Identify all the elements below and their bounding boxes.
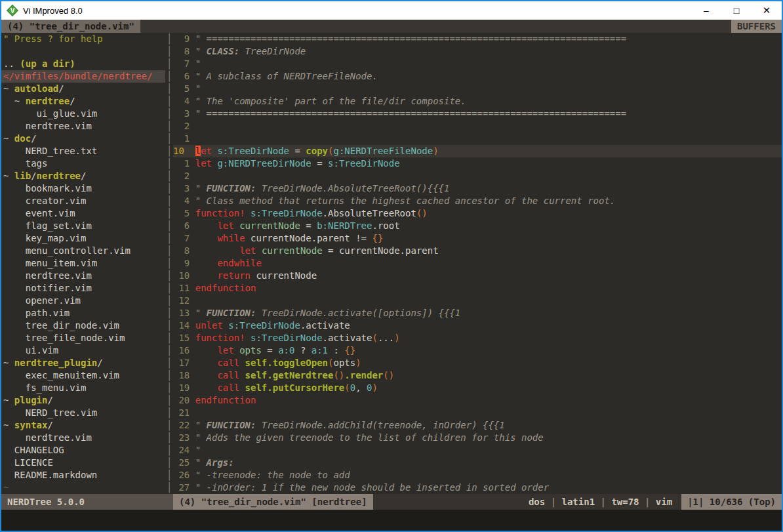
tree-item[interactable]: fs_menu.vim bbox=[1, 382, 165, 394]
tree-item[interactable]: .. (up a dir) bbox=[1, 58, 165, 70]
tree-item[interactable]: NERD_tree.txt bbox=[1, 145, 165, 157]
code-line[interactable]: 18 call self.getNerdtree().render() bbox=[173, 369, 782, 382]
token-dir: nerdtree_plugin bbox=[14, 358, 97, 368]
tree-item[interactable]: notifier.vim bbox=[1, 282, 165, 295]
code-line[interactable]: 20 endfunction bbox=[173, 394, 782, 407]
code-line[interactable]: 12 bbox=[173, 295, 782, 307]
window-vsplit[interactable]: │ │ │ │ │ │ │ │ │ │ │ │ │ │ │ │ │ │ │ │ … bbox=[165, 33, 173, 494]
code-line[interactable]: 5 function! s:TreeDirNode.AbsoluteTreeRo… bbox=[173, 207, 782, 220]
code-line[interactable]: 25 " Args: bbox=[173, 457, 782, 469]
statusline-spacer bbox=[373, 494, 529, 510]
tree-item[interactable]: README.markdown bbox=[1, 469, 165, 481]
tree-item[interactable]: path.vim bbox=[1, 307, 165, 319]
code-line[interactable]: 1 bbox=[173, 133, 782, 145]
code-line[interactable]: 9 endwhile bbox=[173, 257, 782, 270]
tree-item[interactable]: nerdtree.vim bbox=[1, 432, 165, 444]
code-line[interactable]: 23 " Adds the given treenode to the list… bbox=[173, 432, 782, 444]
tree-item[interactable]: ~ nerdtree/ bbox=[1, 95, 165, 108]
code-line[interactable]: 5 " bbox=[173, 83, 782, 95]
tree-item[interactable]: menu_item.vim bbox=[1, 257, 165, 270]
code-line[interactable]: 24 " bbox=[173, 444, 782, 457]
code-line[interactable]: 4 " The 'composite' part of the file/dir… bbox=[173, 95, 782, 108]
token-file: flag_set.vim bbox=[3, 220, 92, 231]
status-separator: | bbox=[545, 497, 561, 507]
tree-item[interactable]: bookmark.vim bbox=[1, 182, 165, 195]
code-line[interactable]: 8 let currentNode = currentNode.parent bbox=[173, 245, 782, 257]
code-line[interactable]: 10 let s:TreeDirNode = copy(g:NERDTreeFi… bbox=[173, 145, 782, 157]
tab-tree-dir-node[interactable]: (4) "tree_dir_node.vim" bbox=[1, 20, 140, 33]
code-line[interactable]: 2 bbox=[173, 120, 782, 133]
token-tx bbox=[234, 345, 239, 356]
nerdtree-panel[interactable]: " Press ? for help.. (up a dir)</vimfile… bbox=[1, 33, 165, 494]
tree-item[interactable]: ui_glue.vim bbox=[1, 108, 165, 120]
tree-item[interactable]: CHANGELOG bbox=[1, 444, 165, 457]
tree-item[interactable]: ui.vim bbox=[1, 344, 165, 357]
code-line[interactable]: 22 " FUNCTION: TreeDirNode.addChild(tree… bbox=[173, 419, 782, 432]
token-cmb: CLASS: bbox=[207, 46, 245, 56]
code-line[interactable]: 27 " -inOrder: 1 if the new node should … bbox=[173, 481, 782, 494]
status-separator: | bbox=[639, 497, 656, 507]
token-file: CHANGELOG bbox=[3, 445, 64, 455]
tree-item[interactable]: opener.vim bbox=[1, 295, 165, 307]
token-tx: .AbsoluteTreeRoot bbox=[323, 208, 416, 218]
code-line[interactable]: 7 while currentNode.parent != {} bbox=[173, 232, 782, 245]
code-line[interactable]: 10 return currentNode bbox=[173, 270, 782, 282]
token-kw: endfunction bbox=[195, 395, 256, 405]
tree-item[interactable]: tree_file_node.vim bbox=[1, 332, 165, 344]
tree-item[interactable]: ~ syntax/ bbox=[1, 419, 165, 432]
code-line[interactable]: 1 let g:NERDTreeDirNode = s:TreeDirNode bbox=[173, 157, 782, 170]
tree-item[interactable]: ~ nerdtree_plugin/ bbox=[1, 357, 165, 369]
code-line[interactable]: 16 let opts = a:0 ? a:1 : {} bbox=[173, 344, 782, 357]
tree-item[interactable] bbox=[1, 45, 165, 58]
tree-item[interactable]: ~ doc/ bbox=[1, 133, 165, 145]
line-number: 1 bbox=[173, 157, 195, 170]
tree-item[interactable]: key_map.vim bbox=[1, 232, 165, 245]
code-line[interactable]: 15 function! s:TreeDirNode.activate(...) bbox=[173, 332, 782, 344]
token-cur: l bbox=[195, 146, 201, 156]
tree-item[interactable]: nerdtree.vim bbox=[1, 120, 165, 133]
code-line[interactable]: 2 bbox=[173, 170, 782, 182]
tree-item[interactable]: ~ plugin/ bbox=[1, 394, 165, 407]
code-line[interactable]: 6 " A subclass of NERDTreeFileNode. bbox=[173, 70, 782, 83]
close-button[interactable]: ✕ bbox=[752, 1, 782, 20]
line-number: 5 bbox=[173, 207, 195, 220]
minimize-button[interactable]: – bbox=[691, 1, 721, 20]
code-line[interactable]: 3 " FUNCTION: TreeDirNode.AbsoluteTreeRo… bbox=[173, 182, 782, 195]
tree-item[interactable]: ~ autoload/ bbox=[1, 83, 165, 95]
tree-item[interactable]: " Press ? for help bbox=[1, 33, 165, 45]
code-line[interactable]: 3 " ====================================… bbox=[173, 108, 782, 120]
tree-item[interactable]: flag_set.vim bbox=[1, 220, 165, 232]
line-number: 2 bbox=[173, 170, 195, 182]
code-line[interactable]: 13 " FUNCTION: TreeDirNode.activate([opt… bbox=[173, 307, 782, 319]
token-id: s:TreeDirNode bbox=[251, 333, 323, 343]
maximize-button[interactable]: □ bbox=[721, 1, 752, 20]
tree-item[interactable]: exec_menuitem.vim bbox=[1, 369, 165, 382]
tree-item[interactable]: tags bbox=[1, 157, 165, 170]
code-line[interactable]: 19 call self.putCursorHere(0, 0) bbox=[173, 382, 782, 394]
tree-item[interactable]: menu_controller.vim bbox=[1, 245, 165, 257]
tree-item[interactable]: NERD_tree.vim bbox=[1, 407, 165, 419]
code-line[interactable]: 17 call self.toggleOpen(opts) bbox=[173, 357, 782, 369]
code-line[interactable]: 4 " Class method that returns the highes… bbox=[173, 195, 782, 207]
code-line[interactable]: 9 " ====================================… bbox=[173, 33, 782, 45]
editor[interactable]: 9 " ====================================… bbox=[173, 33, 782, 494]
tree-item[interactable]: ~ bbox=[1, 481, 165, 494]
tree-item[interactable]: nerdtree.vim bbox=[1, 270, 165, 282]
code-line[interactable]: 6 let currentNode = b:NERDTree.root bbox=[173, 220, 782, 232]
tree-item[interactable]: event.vim bbox=[1, 207, 165, 220]
tree-item[interactable]: creator.vim bbox=[1, 195, 165, 207]
code-line[interactable]: 7 " bbox=[173, 58, 782, 70]
token-file: README.markdown bbox=[3, 470, 97, 480]
tree-item[interactable]: tree_dir_node.vim bbox=[1, 319, 165, 332]
token-tx: : bbox=[328, 345, 344, 356]
tree-item[interactable]: LICENCE bbox=[1, 457, 165, 469]
command-line[interactable] bbox=[1, 510, 782, 531]
code-line[interactable]: 8 " CLASS: TreeDirNode bbox=[173, 45, 782, 58]
tabline: (4) "tree_dir_node.vim" BUFFERS bbox=[1, 20, 782, 33]
code-line[interactable]: 26 " -treenode: the node to add bbox=[173, 469, 782, 481]
code-line[interactable]: 11 endfunction bbox=[173, 282, 782, 295]
code-line[interactable]: 14 unlet s:TreeDirNode.activate bbox=[173, 319, 782, 332]
code-line[interactable]: 21 bbox=[173, 407, 782, 419]
tree-item[interactable]: ~ lib/nerdtree/ bbox=[1, 170, 165, 182]
tree-item[interactable]: </vimfiles/bundle/nerdtree/ bbox=[1, 70, 165, 83]
